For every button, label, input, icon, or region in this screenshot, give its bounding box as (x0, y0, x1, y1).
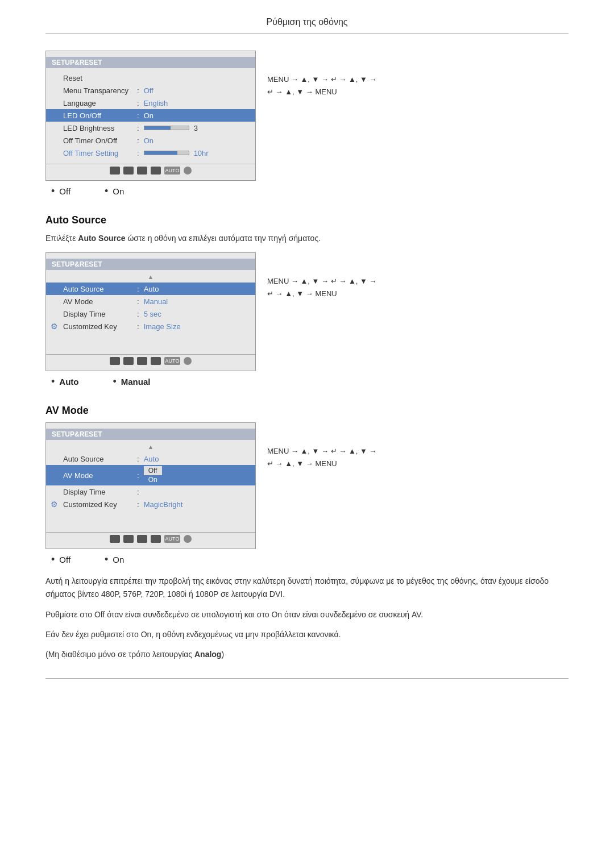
bottom-divider (45, 678, 569, 679)
nav-line-1-2: MENU → ▲, ▼ → ↵ → ▲, ▼ → (267, 445, 376, 458)
page-title: Ρύθμιση της οθόνης (45, 17, 569, 34)
gear-icon: ⚙ (51, 111, 58, 120)
nav-line-2-1: ↵ → ▲, ▼ → MENU (267, 288, 376, 300)
offtimer-onoff-value: On (144, 136, 154, 145)
menu-row-transparency[interactable]: Menu Transparency : Off (46, 84, 255, 97)
offtimer-setting-label: Off Timer Setting (63, 149, 137, 157)
transparency-label: Menu Transparency (63, 86, 137, 95)
menu-row-customized-key-2[interactable]: ⚙ Customized Key : MagicBright (46, 498, 255, 510)
menu-bottom-bar-0: AUTO (46, 164, 255, 175)
bottom-icon-1 (110, 167, 120, 175)
brightness-bar-wrap: 3 (144, 124, 198, 132)
reset-label: Reset (63, 74, 137, 82)
brightness-bar[interactable] (144, 126, 189, 130)
menu-bottom-bar-2: AUTO (46, 532, 255, 543)
av-mode-menu-box: SETUP&RESET ▲ Auto Source : Auto AV Mode… (45, 422, 256, 549)
menu-row-auto-source[interactable]: Auto Source : Auto (46, 283, 255, 295)
nav-line-1-0: MENU → ▲, ▼ → ↵ → ▲, ▼ → (267, 73, 376, 86)
body-para-1: Αυτή η λειτουργία επιτρέπει την προβολή … (45, 575, 569, 601)
auto-source-heading: Auto Source (45, 214, 569, 226)
offtimer-bar[interactable] (144, 151, 189, 155)
av-mode-option-on[interactable]: On (144, 475, 162, 484)
bottom-icon-4 (151, 167, 161, 175)
bottom-icon-3 (137, 167, 147, 175)
auto-source-menu-title: SETUP&RESET (46, 259, 255, 270)
display-time-label: Display Time (63, 310, 137, 318)
bottom-icon-5c (184, 535, 192, 543)
option-off-label-2: Off (59, 555, 70, 564)
option-on-0: • On (105, 185, 124, 197)
nav-line-2-2: ↵ → ▲, ▼ → MENU (267, 458, 376, 470)
menu-row-led-onoff[interactable]: ⚙ LED On/Off : On (46, 109, 255, 122)
menu-row-reset[interactable]: Reset (46, 72, 255, 84)
display-time-value: 5 sec (144, 310, 161, 318)
option-manual-label: Manual (121, 377, 151, 387)
bottom-icon-auto-b: AUTO (164, 357, 180, 365)
offtimer-number: 10hr (194, 149, 209, 157)
customized-key-label-2: Customized Key (63, 500, 137, 509)
led-onoff-value: On (144, 111, 154, 120)
av-mode-option-off[interactable]: Off (144, 466, 162, 475)
section-led: SETUP&RESET Reset Menu Transparency : Of… (45, 51, 569, 197)
nav-line-1-1: MENU → ▲, ▼ → ↵ → ▲, ▼ → (267, 275, 376, 288)
av-mode-options-row: • Off • On (51, 554, 569, 566)
transparency-value: Off (144, 86, 154, 95)
menu-row-customized-key-1[interactable]: ⚙ Customized Key : Image Size (46, 320, 255, 333)
offtimer-fill (144, 151, 178, 155)
nav-line-2-0: ↵ → ▲, ▼ → MENU (267, 86, 376, 98)
bottom-icon-3c (137, 535, 147, 543)
bottom-icon-1c (110, 535, 120, 543)
language-value: English (144, 99, 168, 107)
menu-row-av-mode-2[interactable]: AV Mode : Off On (46, 465, 255, 485)
section-auto-source: Auto Source Επιλέξτε Auto Source ώστε η … (45, 214, 569, 388)
option-off-label-0: Off (59, 186, 70, 196)
menu-row-display-time[interactable]: Display Time : 5 sec (46, 308, 255, 320)
customized-key-value-2: MagicBright (144, 500, 183, 509)
bottom-icon-1b (110, 357, 120, 365)
option-off-2: • Off (51, 554, 70, 566)
gear-icon-2: ⚙ (51, 322, 58, 331)
bottom-icon-2c (123, 535, 134, 543)
av-mode-dropdown[interactable]: Off On (144, 466, 162, 484)
bottom-icon-5 (184, 167, 192, 175)
menu-row-language[interactable]: Language : English (46, 97, 255, 109)
gear-icon-3: ⚙ (51, 500, 58, 509)
auto-source-value: Auto (144, 285, 159, 293)
bottom-icon-auto: AUTO (164, 167, 180, 175)
auto-source-label-2: Auto Source (63, 455, 137, 463)
menu-row-display-time-2[interactable]: Display Time : (46, 485, 255, 498)
av-mode-menu-area: SETUP&RESET ▲ Auto Source : Auto AV Mode… (45, 422, 569, 549)
customized-key-label-1: Customized Key (63, 322, 137, 331)
led-options-row: • Off • On (51, 185, 569, 197)
bottom-icon-3b (137, 357, 147, 365)
nav-instructions-2: MENU → ▲, ▼ → ↵ → ▲, ▼ → ↵ → ▲, ▼ → MENU (267, 422, 376, 470)
av-mode-menu-title: SETUP&RESET (46, 429, 255, 440)
auto-source-options-row: • Auto • Manual (51, 376, 569, 388)
av-mode-heading: AV Mode (45, 405, 569, 417)
option-auto: • Auto (51, 376, 78, 388)
bottom-icon-4b (151, 357, 161, 365)
led-menu-box: SETUP&RESET Reset Menu Transparency : Of… (45, 51, 256, 181)
menu-row-offtimer-setting[interactable]: Off Timer Setting : 10hr (46, 147, 255, 159)
led-onoff-label: LED On/Off (63, 111, 137, 120)
offtimer-onoff-label: Off Timer On/Off (63, 136, 137, 145)
offtimer-bar-wrap: 10hr (144, 149, 209, 157)
section-av-mode: AV Mode SETUP&RESET ▲ Auto Source : Auto… (45, 405, 569, 661)
option-off-0: • Off (51, 185, 70, 197)
bottom-icon-2 (123, 167, 134, 175)
led-menu-title: SETUP&RESET (46, 57, 255, 68)
auto-source-menu-box: SETUP&RESET ▲ Auto Source : Auto AV Mode… (45, 252, 256, 371)
nav-instructions-0: MENU → ▲, ▼ → ↵ → ▲, ▼ → ↵ → ▲, ▼ → MENU (267, 51, 376, 98)
menu-row-offtimer-onoff[interactable]: Off Timer On/Off : On (46, 134, 255, 147)
av-mode-label-2: AV Mode (63, 471, 137, 480)
option-manual: • Manual (113, 376, 150, 388)
language-label: Language (63, 99, 137, 107)
nav-instructions-1: MENU → ▲, ▼ → ↵ → ▲, ▼ → ↵ → ▲, ▼ → MENU (267, 252, 376, 300)
menu-row-led-brightness[interactable]: LED Brightness : 3 (46, 122, 255, 134)
bottom-icon-5b (184, 357, 192, 365)
menu-row-av-mode-1[interactable]: AV Mode : Manual (46, 295, 255, 308)
menu-row-auto-source-2[interactable]: Auto Source : Auto (46, 452, 255, 465)
auto-source-desc: Επιλέξτε Auto Source ώστε η οθόνη να επι… (45, 232, 569, 244)
brightness-fill (144, 126, 171, 130)
bottom-icon-4c (151, 535, 161, 543)
